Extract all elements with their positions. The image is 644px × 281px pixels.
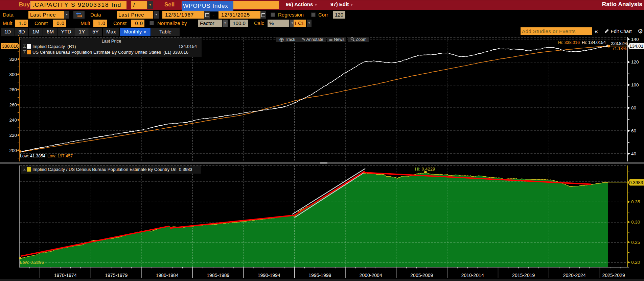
svg-text:338.016: 338.016 — [2, 44, 19, 49]
svg-text:1990-1994: 1990-1994 — [258, 273, 280, 278]
svg-text:40: 40 — [631, 151, 636, 156]
svg-text:240: 240 — [9, 118, 17, 123]
svg-text:0.35: 0.35 — [631, 199, 640, 204]
svg-text:Low: 0.2096: Low: 0.2096 — [20, 260, 44, 265]
svg-text:2000-2004: 2000-2004 — [360, 273, 382, 278]
svg-text:0.20: 0.20 — [631, 260, 640, 265]
svg-text:2015-2019: 2015-2019 — [512, 273, 535, 278]
svg-text:2010-2014: 2010-2014 — [461, 273, 484, 278]
svg-text:2025-2029: 2025-2029 — [602, 273, 625, 278]
svg-text:200: 200 — [9, 148, 17, 153]
svg-text:220: 220 — [9, 133, 17, 138]
svg-text:0.30: 0.30 — [631, 220, 640, 225]
svg-text:223.82%: 223.82% — [611, 41, 627, 46]
svg-text:1995-1999: 1995-1999 — [308, 273, 331, 278]
svg-text:71.18%: 71.18% — [612, 46, 626, 51]
svg-text:260: 260 — [9, 102, 17, 107]
svg-text:0.25: 0.25 — [631, 240, 640, 245]
svg-text:1985-1989: 1985-1989 — [207, 273, 229, 278]
svg-text:1980-1984: 1980-1984 — [156, 273, 179, 278]
svg-text:80: 80 — [631, 105, 636, 110]
svg-text:320: 320 — [9, 57, 17, 62]
svg-text:100: 100 — [631, 82, 639, 87]
svg-text:Hi: 338.016: Hi: 338.016 — [558, 40, 580, 45]
svg-text:0.3983: 0.3983 — [629, 180, 643, 185]
svg-text:120: 120 — [631, 59, 639, 65]
svg-text:300: 300 — [9, 72, 17, 77]
svg-text:2020-2024: 2020-2024 — [563, 273, 586, 278]
svg-text:280: 280 — [9, 87, 17, 92]
svg-text:134.01: 134.01 — [629, 44, 643, 49]
svg-text:Low: 197.457: Low: 197.457 — [47, 154, 73, 158]
svg-text:140: 140 — [631, 37, 639, 42]
svg-text:1975-1979: 1975-1979 — [105, 273, 128, 278]
svg-text:Low: 41.3854: Low: 41.3854 — [20, 154, 45, 158]
svg-text:60: 60 — [631, 128, 636, 133]
svg-text:Hi: 0.4229: Hi: 0.4229 — [415, 167, 435, 172]
svg-text:1970-1974: 1970-1974 — [54, 273, 77, 278]
svg-text:2005-2009: 2005-2009 — [410, 273, 433, 278]
svg-text:Hi: 134.0154: Hi: 134.0154 — [582, 40, 606, 45]
